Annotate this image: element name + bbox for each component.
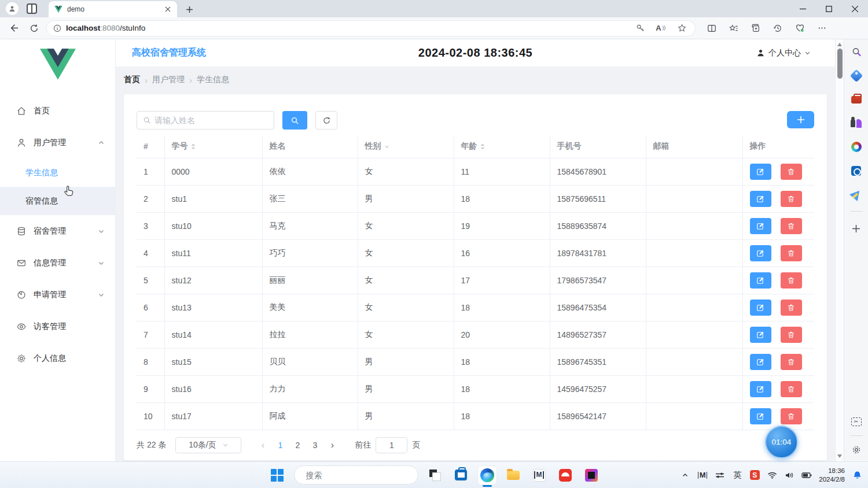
- ime-indicator[interactable]: 英: [732, 468, 742, 482]
- favorite-star-icon[interactable]: [674, 20, 690, 36]
- page-size-select[interactable]: 10条/页: [175, 437, 241, 453]
- wifi-icon[interactable]: [767, 468, 777, 482]
- filter-chevron-icon[interactable]: [384, 143, 390, 150]
- taskbar-app-intellij[interactable]: [582, 466, 601, 485]
- back-icon[interactable]: [5, 20, 22, 37]
- page-button-1[interactable]: 1: [271, 437, 289, 453]
- split-screen-icon[interactable]: [704, 20, 720, 36]
- tray-sliders-icon[interactable]: [715, 468, 725, 482]
- col-age[interactable]: 年龄: [454, 135, 550, 158]
- site-info-icon[interactable]: [53, 24, 61, 32]
- taskbar-app-explorer[interactable]: [504, 466, 523, 485]
- web-capture-icon[interactable]: ✂: [849, 415, 863, 428]
- sort-caret-icon[interactable]: [480, 143, 486, 150]
- edit-button[interactable]: [750, 164, 771, 180]
- password-key-icon[interactable]: [632, 20, 648, 36]
- edit-button[interactable]: [750, 300, 771, 316]
- taskbar-clock[interactable]: 18:36 2024/2/8: [819, 467, 845, 484]
- delete-button[interactable]: [781, 327, 802, 343]
- battery-icon[interactable]: [801, 468, 812, 482]
- taskbar-app-desktops[interactable]: [426, 466, 444, 485]
- sidebar-item-home[interactable]: 首页: [0, 95, 115, 127]
- user-center-menu[interactable]: 个人中心: [756, 48, 811, 58]
- scroll-down-icon[interactable]: [836, 452, 844, 460]
- breadcrumb-home[interactable]: 首页: [124, 75, 140, 85]
- add-student-button[interactable]: [787, 111, 814, 128]
- delete-button[interactable]: [781, 272, 802, 289]
- page-button-3[interactable]: 3: [306, 437, 323, 453]
- next-page-button[interactable]: ›: [323, 437, 341, 453]
- edit-button[interactable]: [750, 191, 771, 207]
- maximize-button[interactable]: [816, 0, 842, 17]
- search-button[interactable]: [282, 111, 307, 130]
- goto-page-input[interactable]: [376, 437, 407, 453]
- sogou-tray-icon[interactable]: S: [749, 468, 760, 482]
- taskbar-app-edge[interactable]: [478, 466, 496, 485]
- sidebar-item-visitor-mgmt[interactable]: 访客管理: [0, 310, 115, 342]
- delete-button[interactable]: [781, 164, 802, 180]
- sidebar-item-apply-mgmt[interactable]: 申请管理: [0, 279, 115, 310]
- page-scrollbar[interactable]: [835, 39, 844, 461]
- edit-button[interactable]: [750, 381, 771, 397]
- delete-button[interactable]: [781, 354, 802, 370]
- history-icon[interactable]: [770, 20, 786, 36]
- delete-button[interactable]: [781, 300, 802, 316]
- search-input[interactable]: [155, 116, 268, 125]
- sidebar-item-student-info[interactable]: 学生信息: [0, 158, 115, 187]
- tools-icon[interactable]: [849, 93, 863, 106]
- start-button[interactable]: [268, 466, 286, 485]
- delete-button[interactable]: [781, 245, 802, 261]
- tray-chevron-up-icon[interactable]: [680, 468, 690, 482]
- refresh-icon[interactable]: [25, 20, 43, 37]
- taskbar-app-store[interactable]: [452, 466, 470, 485]
- edit-button[interactable]: [750, 272, 771, 289]
- sidebar-item-dorm-admin-info[interactable]: 宿管信息: [0, 187, 115, 215]
- games-icon[interactable]: [849, 116, 863, 130]
- favorites-icon[interactable]: [726, 20, 742, 36]
- recording-timer-bubble[interactable]: 01:04: [765, 426, 798, 459]
- sort-caret-icon[interactable]: [190, 143, 196, 150]
- collections-icon[interactable]: [748, 20, 764, 36]
- minimize-button[interactable]: [790, 0, 816, 17]
- delete-button[interactable]: [781, 408, 802, 424]
- sidebar-item-user-mgmt[interactable]: 用户管理: [0, 127, 115, 158]
- edit-button[interactable]: [750, 245, 771, 261]
- sidebar-item-info-mgmt[interactable]: 信息管理: [0, 247, 115, 279]
- shopping-icon[interactable]: [849, 69, 863, 83]
- scroll-up-icon[interactable]: [836, 40, 844, 49]
- tray-marktext-icon[interactable]: M: [697, 468, 708, 482]
- col-student-id[interactable]: 学号: [164, 135, 262, 158]
- drop-icon[interactable]: [849, 187, 863, 201]
- edit-button[interactable]: [750, 218, 771, 234]
- delete-button[interactable]: [781, 218, 802, 234]
- reset-button[interactable]: [315, 111, 337, 130]
- taskbar-app-marktext[interactable]: M: [530, 466, 549, 485]
- name-search-field[interactable]: [137, 111, 274, 130]
- sidebar-item-personal-info[interactable]: 个人信息: [0, 342, 115, 374]
- workspaces-icon[interactable]: [27, 3, 37, 14]
- new-tab-button[interactable]: [182, 2, 197, 17]
- browser-profile-avatar[interactable]: [6, 2, 19, 15]
- outlook-icon[interactable]: [849, 164, 863, 178]
- taskbar-search[interactable]: [294, 465, 418, 485]
- microsoft365-icon[interactable]: [849, 140, 863, 154]
- delete-button[interactable]: [781, 381, 802, 397]
- edit-button[interactable]: [750, 354, 771, 370]
- sidebar-search-icon[interactable]: [849, 45, 863, 59]
- browser-tab[interactable]: demo: [49, 1, 177, 17]
- scrollbar-thumb[interactable]: [837, 49, 843, 79]
- close-button[interactable]: [842, 0, 868, 17]
- taskbar-app-huawei[interactable]: [556, 466, 575, 485]
- browser-essentials-icon[interactable]: [792, 20, 808, 36]
- prev-page-button[interactable]: ‹: [254, 437, 271, 453]
- read-aloud-icon[interactable]: A: [653, 20, 669, 36]
- taskbar-search-input[interactable]: [306, 471, 411, 480]
- add-sidebar-item-icon[interactable]: [849, 221, 863, 235]
- delete-button[interactable]: [781, 191, 802, 207]
- notifications-bell-icon[interactable]: [852, 468, 862, 482]
- sidebar-item-dorm-mgmt[interactable]: 宿舍管理: [0, 215, 115, 247]
- more-options-icon[interactable]: [814, 20, 830, 36]
- page-button-2[interactable]: 2: [289, 437, 306, 453]
- edit-button[interactable]: [750, 408, 771, 424]
- tab-close-icon[interactable]: [163, 5, 172, 14]
